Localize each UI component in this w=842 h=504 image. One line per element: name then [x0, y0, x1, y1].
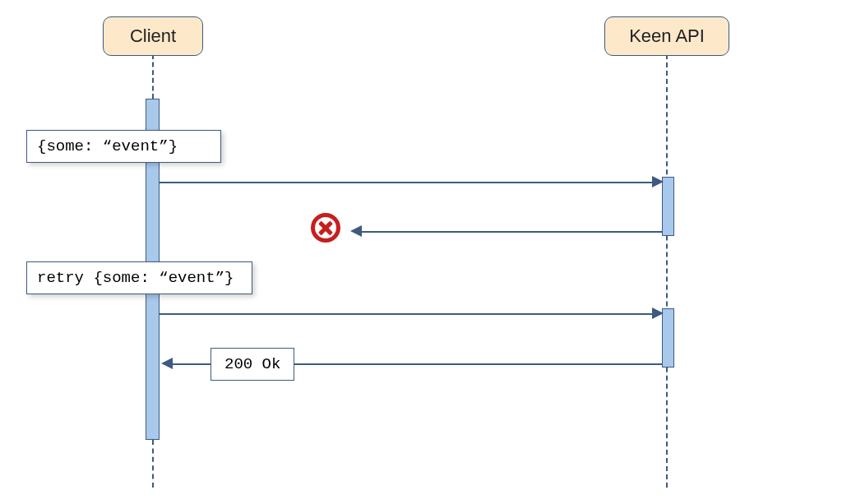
lifeline-api: [666, 54, 668, 488]
arrow-request-2-head: [652, 307, 664, 319]
arrow-ok-response-head: [161, 358, 173, 369]
message-retry-request: retry {some: “event”}: [26, 261, 252, 294]
participant-client: Client: [103, 16, 203, 56]
message-retry-request-label: retry {some: “event”}: [37, 269, 234, 287]
error-icon: [311, 213, 340, 243]
arrow-request-1-head: [652, 176, 664, 187]
lifeline-client-top: [152, 54, 154, 99]
participant-api-label: Keen API: [629, 25, 705, 46]
lifeline-client-bottom: [152, 440, 154, 488]
arrow-error: [360, 231, 662, 233]
activation-api-2: [662, 308, 674, 368]
message-ok-response-label: 200 Ok: [224, 355, 280, 373]
participant-api: Keen API: [604, 16, 729, 56]
participant-client-label: Client: [130, 25, 176, 46]
arrow-request-2: [160, 313, 656, 315]
message-first-request-label: {some: “event”}: [37, 137, 178, 155]
activation-api-1: [662, 177, 674, 236]
arrow-error-head: [350, 225, 362, 237]
message-ok-response: 200 Ok: [210, 348, 294, 381]
arrow-request-1: [160, 182, 656, 183]
message-first-request: {some: “event”}: [26, 130, 221, 163]
